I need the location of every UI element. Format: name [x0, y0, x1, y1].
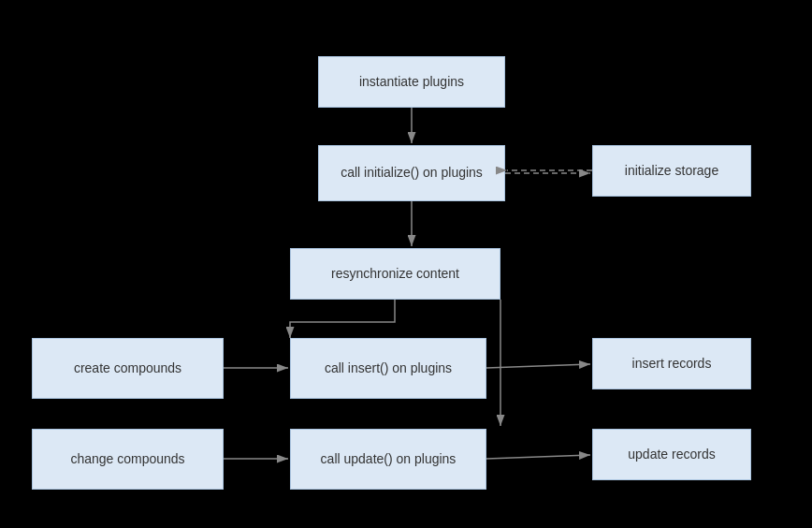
- box-call-update: call update() on plugins: [290, 429, 486, 490]
- box-update-records: update records: [592, 429, 751, 480]
- box-initialize: call initialize() on plugins: [318, 145, 505, 201]
- svg-line-7: [486, 455, 590, 459]
- box-insert-records: insert records: [592, 338, 751, 389]
- box-init-storage: initialize storage: [592, 145, 751, 197]
- svg-line-6: [486, 364, 590, 368]
- diagram-area: instantiate plugins call initialize() on…: [0, 0, 812, 528]
- box-change-compounds: change compounds: [32, 429, 224, 490]
- box-call-insert: call insert() on plugins: [290, 338, 486, 399]
- box-instantiate: instantiate plugins: [318, 56, 505, 108]
- box-create-compounds: create compounds: [32, 338, 224, 399]
- box-resync: resynchronize content: [290, 248, 500, 300]
